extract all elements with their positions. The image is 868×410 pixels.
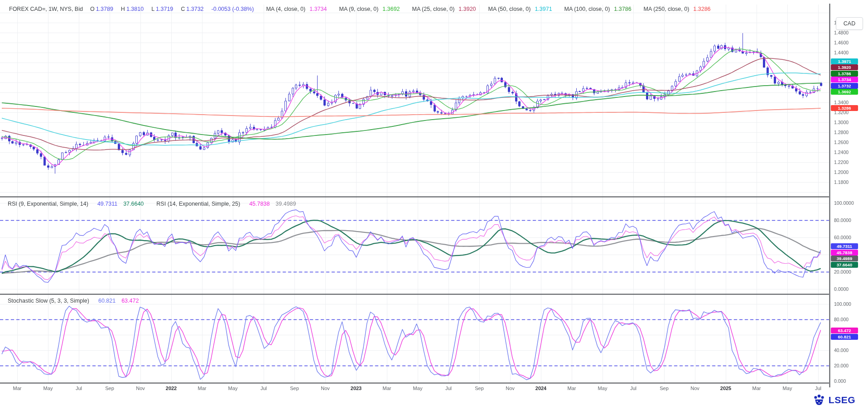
symbol-legend: FOREX CAD=, 1W, NYS, Bid O1.3789 H1.3810… [9,6,719,12]
rsi9-value: 49.7311 [97,201,117,207]
rsi-axis-tick: 20.0000 [834,269,851,275]
rsi-badge: 45.7838 [831,250,858,256]
rsi-legend: RSI (9, Exponential, Simple, 14) 49.7311… [8,201,304,207]
price-axis-tick: 1.4400 [834,50,849,55]
stoch-badge: 60.821 [831,334,858,340]
x-axis-label: 2025 [720,386,731,391]
stoch-axis-tick: 100.000 [834,301,851,307]
x-axis-label: Sep [290,386,299,391]
x-axis-label: Nov [506,386,515,391]
price-badge: 1.3732 [831,83,858,89]
ohlc-high: H1.3810 [121,6,144,12]
rsi9-signal-value: 37.6640 [123,201,144,207]
x-axis-label: Sep [660,386,669,391]
x-axis-label: 2024 [535,386,546,391]
lseg-logo: LSEG [813,394,855,406]
rsi14-signal-value: 39.4989 [275,201,296,207]
price-axis-tick: 1.4600 [834,40,849,45]
stochastic-legend: Stochastic Slow (5, 3, 3, Simple) 60.821… [8,298,146,304]
stoch-badge: 63.472 [831,328,858,333]
price-axis-tick: 1.2800 [834,130,849,135]
price-badge: 1.3692 [831,89,858,95]
price-axis-tick: 1.2600 [834,140,849,145]
x-axis-label: Mar [752,386,761,391]
x-axis-label: 2022 [166,386,177,391]
x-axis-label: Sep [105,386,114,391]
rsi-badge: 49.7311 [831,243,858,249]
x-axis-label: Nov [136,386,145,391]
rsi14-value: 45.7838 [249,201,270,207]
x-axis-label: Mar [198,386,207,391]
chart-window: FOREX CAD=, 1W, NYS, Bid O1.3789 H1.3810… [0,0,868,410]
price-axis-tick: 1.2000 [834,169,849,175]
x-axis-label: Jul [815,386,821,391]
stoch-axis-tick: 40.000 [834,347,849,353]
rsi-axis-tick: 60.0000 [834,235,851,240]
ma-legend-4: MA (4, close, 0)1.3734 [266,6,327,12]
x-axis-label: May [598,386,608,391]
x-axis-label: Nov [321,386,330,391]
ma-legend-25: MA (25, close, 0)1.3920 [412,6,476,12]
ma-legend-250: MA (250, close, 0)1.3286 [644,6,711,12]
stochastic-legend-title: Stochastic Slow (5, 3, 3, Simple) [8,298,89,304]
ma-legend-50: MA (50, close, 0)1.3971 [488,6,552,12]
ohlc-low: L1.3719 [151,6,173,12]
x-axis-label: May [43,386,53,391]
rsi-badge: 39.4989 [831,256,858,261]
stoch-axis-tick: 80.000 [834,317,849,322]
price-badge: 1.3734 [831,77,858,82]
lseg-logo-text: LSEG [829,395,855,405]
price-axis-tick: 1.4800 [834,30,849,35]
rsi-axis-tick: 100.0000 [834,200,854,206]
x-axis-label: Jul [260,386,267,391]
x-axis-label: Jul [76,386,82,391]
ohlc-close: C1.3732 [181,6,203,12]
stoch-axis-tick: 0.000 [834,378,846,384]
x-axis-label: Nov [690,386,699,391]
stoch-axis-tick: 20.000 [834,363,849,368]
change-value: -0.0053 (-0.38%) [212,6,254,12]
rsi-legend-title-2: RSI (14, Exponential, Simple, 25) [156,201,240,207]
x-axis-label: Mar [568,386,576,391]
x-axis-label: Jul [445,386,452,391]
rsi-axis-tick: 0.0000 [834,286,849,292]
x-axis-label: 2023 [351,386,362,391]
ma-legend-9: MA (9, close, 0)1.3692 [339,6,400,12]
stoch-k-value: 60.821 [98,298,116,304]
x-axis-label: Jul [630,386,637,391]
price-axis-tick: 1.2200 [834,159,849,165]
x-axis-label: Mar [13,386,22,391]
x-axis-label: May [413,386,423,391]
price-badge: 1.3920 [831,64,858,70]
price-axis-tick: 1.3000 [834,120,849,125]
rsi-badge: 37.6640 [831,262,858,268]
lseg-crest-icon [813,394,825,406]
rsi-legend-title-1: RSI (9, Exponential, Simple, 14) [8,201,88,207]
currency-axis-button[interactable]: CAD [836,17,863,30]
price-badge: 1.3786 [831,71,858,77]
x-axis-label: Mar [383,386,391,391]
x-axis-label: May [783,386,792,391]
x-axis-label: May [228,386,238,391]
price-axis-tick: 1.1800 [834,179,849,185]
price-badge: 1.3286 [831,105,858,111]
ma-legend-100: MA (100, close, 0)1.3786 [564,6,632,12]
price-badge: 1.3971 [831,58,858,64]
stoch-d-value: 63.472 [121,298,139,304]
x-axis-label: Sep [475,386,484,391]
rsi-axis-tick: 80.0000 [834,217,851,223]
price-axis-tick: 1.3400 [834,100,849,105]
ohlc-open: O1.3789 [90,6,113,12]
symbol-title: FOREX CAD=, 1W, NYS, Bid [9,6,83,12]
price-axis-tick: 1.2400 [834,150,849,155]
